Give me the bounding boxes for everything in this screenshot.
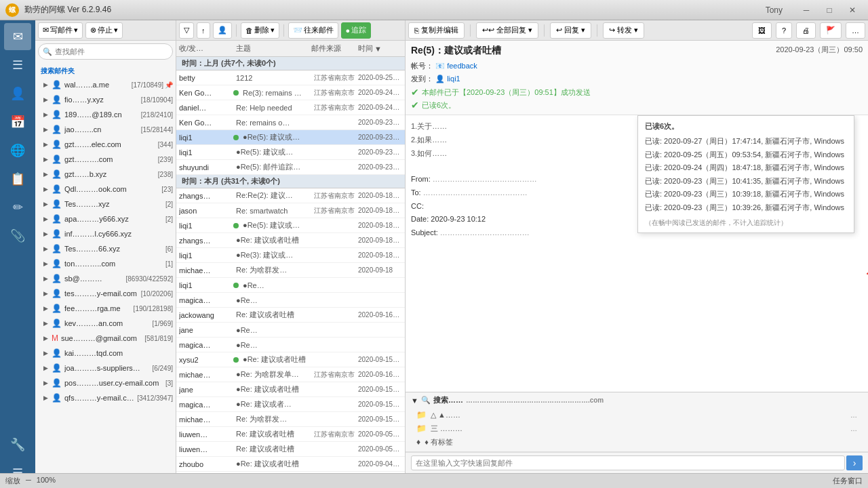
folder-item[interactable]: ▶ 👤 Tes………66.xyz [6] <box>35 241 176 256</box>
expand-icon[interactable]: ▶ <box>41 274 50 283</box>
expand-icon[interactable]: ▶ <box>41 155 50 164</box>
sidebar-settings-btn[interactable]: 🔧 <box>4 431 31 458</box>
expand-icon[interactable]: ▶ <box>41 304 50 313</box>
folder-item[interactable]: ▶ 👤 sb@……… [86930/422592] <box>35 271 176 286</box>
quick-reply-input[interactable] <box>411 455 845 470</box>
reply-button[interactable]: ↩ 回复 ▾ <box>550 22 591 39</box>
col-date-header[interactable]: 时间 ▼ <box>358 43 402 54</box>
expand-icon[interactable]: ▶ <box>41 319 50 328</box>
image-button[interactable]: 🖼 <box>752 22 772 39</box>
folder-item[interactable]: ▶ 👤 fio……y.xyz [18/10904] <box>35 92 176 107</box>
expand-icon[interactable]: ▶ <box>41 125 50 134</box>
folder-item[interactable]: ▶ 👤 gzt……b.xyz [238] <box>35 167 176 182</box>
folder-item[interactable]: ▶ 👤 Tes………xyz [2] <box>35 197 176 211</box>
folder-item[interactable]: ▶ 👤 kai………tqd.com <box>35 346 176 361</box>
sidebar-contacts-btn[interactable]: 👤 <box>4 80 31 107</box>
expand-icon[interactable]: ▶ <box>41 140 50 149</box>
folder-item[interactable]: ▶ 👤 wal…….a.me [17/10849] 📌 <box>35 77 176 92</box>
expand-icon[interactable]: ▶ <box>41 378 50 388</box>
expand-icon[interactable]: ▶ <box>41 199 50 209</box>
folder-item[interactable]: ▶ 👤 pos………user.cy-email.com [3] <box>35 375 176 390</box>
col-subject-header[interactable]: 主题 <box>236 43 309 54</box>
sidebar-attachment-btn[interactable]: 📎 <box>4 222 31 249</box>
folder-search-input[interactable] <box>38 43 173 60</box>
email-row[interactable]: liuwen… Re: 建议或者吐槽 2020-09-05… <box>176 442 405 457</box>
folder-item[interactable]: ▶ 👤 fee………rga.me [190/128198] <box>35 301 176 316</box>
person-button[interactable]: 👤 <box>213 22 232 39</box>
email-row[interactable]: zhoubo ●Re: 建议或者吐槽 2020-09-04… <box>176 457 405 472</box>
zoom-minus[interactable]: ─ <box>26 476 31 486</box>
col-source-header[interactable]: 邮件来源 <box>311 43 355 54</box>
expand-icon[interactable]: ▶ <box>41 333 50 343</box>
minimize-button[interactable]: ─ <box>796 3 816 17</box>
sidebar-calendar-btn[interactable]: 📅 <box>4 108 31 136</box>
email-row[interactable]: zhangs… Re:Re(2): 建议… 江苏省南京市 2020-09-18… <box>176 188 405 203</box>
sort-up-button[interactable]: ↑ <box>197 22 210 39</box>
email-row[interactable]: magica… ●Re… <box>176 293 405 308</box>
folder-item[interactable]: ▶ M sue………@gmail.com [581/819] <box>35 331 176 346</box>
write-email-button[interactable]: ✉ 写邮件 ▾ <box>38 22 83 39</box>
search-result-item[interactable]: 📁 △ ▲…… … <box>411 408 863 422</box>
email-row[interactable]: michae… Re: 为啥群发… 2020-09-18 <box>176 263 405 278</box>
reply-all-button[interactable]: ↩↩ 全部回复 ▾ <box>476 22 538 39</box>
folder-item[interactable]: ▶ 👤 tes………y-email.com [10/20206] <box>35 286 176 301</box>
folder-item[interactable]: ▶ 👤 189……@189.cn [218/2410] <box>35 107 176 122</box>
copy-merge-button[interactable]: ⎘ 复制并编辑 <box>408 22 465 39</box>
expand-icon[interactable]: ▶ <box>41 393 50 403</box>
folder-item[interactable]: ▶ 👤 Qdl………ook.com [23] <box>35 182 176 197</box>
delete-button[interactable]: 🗑 删除 ▾ <box>241 22 279 39</box>
email-row[interactable]: jason Re: smartwatch 江苏省南京市 2020-09-18… <box>176 203 405 218</box>
email-row[interactable]: Ken Go… Re: remains o… 2020-09-23… <box>176 115 405 130</box>
quick-reply-send-button[interactable]: › <box>846 455 863 470</box>
email-row[interactable]: jane ●Re… <box>176 323 405 338</box>
folder-item[interactable]: ▶ 👤 gzt…….elec.com [344] <box>35 137 176 152</box>
expand-icon[interactable]: ▶ <box>41 95 50 104</box>
email-row[interactable]: zhangs… ●Re: 建议或者吐槽 2020-09-18… <box>176 233 405 248</box>
sidebar-menu-btn[interactable]: ☰ <box>4 52 31 79</box>
search-folder-label[interactable]: 搜索邮件夹 <box>35 65 176 77</box>
folder-item[interactable]: ▶ 👤 ton………..com [1] <box>35 256 176 271</box>
email-row[interactable]: liqi1 ●Re… <box>176 278 405 293</box>
filter-button[interactable]: ▽ <box>179 22 194 39</box>
sidebar-globe-btn[interactable]: 🌐 <box>4 137 31 164</box>
folder-item[interactable]: ▶ 👤 apa………y666.xyz [2] <box>35 211 176 226</box>
sidebar-compose-btn[interactable]: ✏ <box>4 194 31 221</box>
folder-item[interactable]: ▶ 👤 joa………s-suppliers… [6/249] <box>35 361 176 375</box>
email-row[interactable]: liqi1 ●Re(5): 建议或… 2020-09-23… <box>176 130 405 145</box>
email-row[interactable]: Ken Go… Re(3): remains … 江苏省南京市 2020-09-… <box>176 85 405 100</box>
expand-icon[interactable]: ▶ <box>41 259 50 268</box>
expand-icon[interactable]: ▶ <box>41 80 50 89</box>
help-button[interactable]: ? <box>776 22 792 39</box>
email-row[interactable]: betty 1212 江苏省南京市 2020-09-25… <box>176 70 405 85</box>
trace-button[interactable]: ● 追踪 <box>341 22 372 39</box>
email-row[interactable]: liuwen… Re: 建议或者吐槽 江苏省南京市 2020-09-05… <box>176 427 405 442</box>
search-result-item[interactable]: ♦ ♦ 有标签 <box>411 435 863 449</box>
email-row[interactable]: daniel… Re: Help needed 江苏省南京市 2020-09-2… <box>176 100 405 115</box>
sidebar-tasks-btn[interactable]: 📋 <box>4 165 31 192</box>
forward-button[interactable]: ↪ 转发 ▾ <box>603 22 644 39</box>
folder-item[interactable]: ▶ 👤 qfs………y-email.com [3412/3947] <box>35 390 176 405</box>
col-from-header[interactable]: 收/发… <box>179 43 233 54</box>
close-button[interactable]: ✕ <box>842 3 863 17</box>
folder-item[interactable]: ▶ 👤 jao……..cn [15/28144] <box>35 122 176 137</box>
expand-icon[interactable]: ▶ <box>41 184 50 194</box>
expand-icon[interactable]: ▶ <box>41 363 50 373</box>
email-row[interactable]: jackowang Re: 建议或者吐槽 2020-09-16… <box>176 308 405 323</box>
expand-icon[interactable]: ▶ <box>41 289 50 298</box>
email-row[interactable]: shuyundi ●Re(5): 邮件追踪… 2020-09-23… <box>176 160 405 175</box>
folder-item[interactable]: ▶ 👤 gzt……….com [239] <box>35 152 176 167</box>
email-row[interactable]: liqi1 ●Re(3): 建议或… 2020-09-18… <box>176 248 405 263</box>
email-row[interactable]: michae… Re: 为啥群发… 2020-09-15… <box>176 412 405 427</box>
email-row[interactable]: magica… ●Re… <box>176 338 405 352</box>
expand-icon[interactable]: ▶ <box>41 229 50 239</box>
email-row[interactable]: magica… ●Re: 建议或者… 2020-09-15… <box>176 397 405 412</box>
email-row[interactable]: liqi1 ●Re(5): 建议或… 2020-09-23… <box>176 145 405 160</box>
forward-button[interactable]: 📨 往来邮件 <box>288 22 338 39</box>
email-row[interactable]: xysu2 ●Re: 建议或者吐槽 2020-09-15… <box>176 352 405 367</box>
read-count-status[interactable]: ✔ 已读6次。 <box>411 100 863 110</box>
expand-icon[interactable]: ▶ <box>41 348 50 358</box>
expand-icon[interactable]: ▶ <box>41 110 50 119</box>
print-button[interactable]: 🖨 <box>796 22 816 39</box>
folder-item[interactable]: ▶ 👤 kev………an.com [1/969] <box>35 316 176 331</box>
email-row[interactable]: jane ●Re: 建议或者吐槽 2020-09-15… <box>176 382 405 397</box>
